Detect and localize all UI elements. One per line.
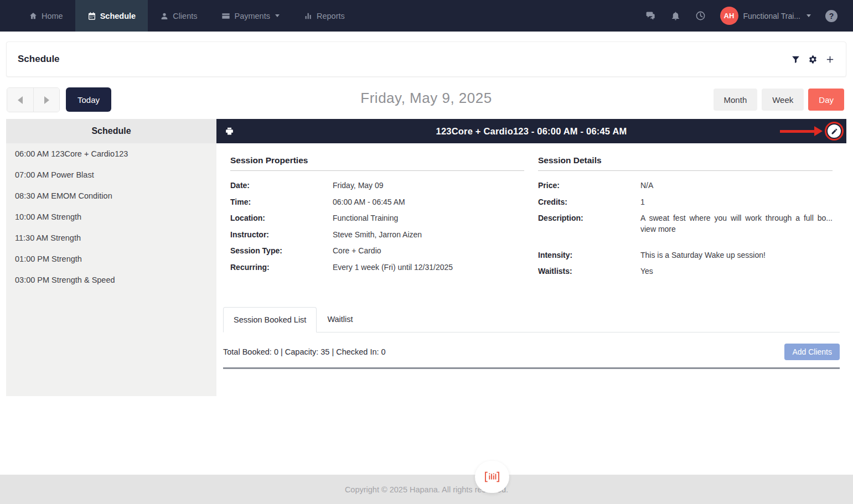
gear-icon[interactable] — [808, 55, 818, 64]
sidebar-session-item[interactable]: 01:00 PM Strength — [6, 248, 216, 269]
detail-row-intensity: Intensity: This is a Saturday Wake up se… — [538, 250, 833, 261]
page-title: Schedule — [18, 54, 60, 65]
property-row-recurring: Recurring: Every 1 week (Fri) until 12/3… — [230, 262, 524, 273]
session-title: 123Core + Cardio123 - 06:00 AM - 06:45 A… — [216, 126, 846, 137]
detail-row-waitlists: Waitlists: Yes — [538, 266, 833, 277]
view-day-button[interactable]: Day — [808, 89, 844, 111]
main-card: Schedule 06:00 AM 123Core + Cardio123 07… — [6, 119, 846, 396]
sidebar-session-item[interactable]: 06:00 AM 123Core + Cardio123 — [6, 143, 216, 164]
today-button[interactable]: Today — [66, 87, 111, 112]
nav-right: AH Functional Trai... ? — [645, 0, 853, 32]
credit-card-icon — [221, 12, 230, 20]
add-clients-button[interactable]: Add Clients — [784, 344, 840, 360]
nav-item-clients[interactable]: Payments Clients — [148, 0, 209, 32]
view-more-link[interactable]: view more — [640, 225, 676, 233]
tab-session-booked-list[interactable]: Session Booked List — [223, 307, 317, 332]
date-nav-arrows — [7, 87, 60, 112]
page-header-card: Schedule — [6, 41, 846, 77]
nav-item-reports[interactable]: Reports — [292, 0, 357, 32]
sidebar-session-item[interactable]: 11:30 AM Strength — [6, 227, 216, 248]
property-row-time: Time: 06:00 AM - 06:45 AM — [230, 196, 524, 207]
schedule-sidebar: Schedule 06:00 AM 123Core + Cardio123 07… — [6, 119, 216, 396]
section-divider — [230, 170, 524, 171]
detail-row-price: Price: N/A — [538, 180, 833, 191]
hapana-barcode-logo — [483, 470, 501, 484]
nav-item-home[interactable]: Home — [17, 0, 75, 32]
session-content: Session Properties Date: Friday, May 09 … — [216, 143, 846, 369]
spacer — [538, 240, 833, 250]
bar-chart-icon — [304, 12, 313, 20]
nav-item-label: Reports — [317, 12, 345, 20]
section-divider — [538, 170, 833, 171]
detail-row-credits: Credits: 1 — [538, 196, 833, 207]
booked-list-divider — [223, 367, 840, 369]
clock-icon[interactable] — [695, 11, 706, 21]
booking-tabs: Session Booked List Waitlist — [223, 306, 840, 332]
session-title-bar: 123Core + Cardio123 - 06:00 AM - 06:45 A… — [216, 119, 846, 143]
nav-item-label: Schedule — [100, 12, 136, 20]
nav-item-payments[interactable]: Payments — [209, 0, 291, 32]
property-row-instructor: Instructor: Steve Smith, Jarron Aizen — [230, 229, 524, 240]
nav-item-schedule[interactable]: Schedule — [75, 0, 148, 32]
property-row-date: Date: Friday, May 09 — [230, 180, 524, 191]
filter-icon[interactable] — [791, 55, 800, 64]
chevron-left-icon — [18, 96, 23, 104]
plus-icon[interactable] — [825, 55, 835, 64]
sidebar-session-item[interactable]: 07:00 AM Power Blast — [6, 164, 216, 185]
prev-day-button[interactable] — [7, 88, 33, 112]
chevron-down-icon — [275, 14, 280, 17]
home-icon — [29, 12, 38, 20]
chat-icon[interactable] — [645, 11, 656, 21]
sidebar-title: Schedule — [6, 119, 216, 143]
bell-icon[interactable] — [670, 11, 681, 21]
nav-item-label: Payments — [234, 12, 270, 20]
edit-session-button[interactable] — [828, 124, 841, 138]
nav-item-label: Home — [42, 12, 63, 20]
booking-summary: Total Booked: 0 | Capacity: 35 | Checked… — [223, 347, 386, 356]
booking-summary-row: Total Booked: 0 | Capacity: 35 | Checked… — [223, 344, 840, 360]
hapana-logo-badge[interactable] — [475, 461, 509, 493]
section-heading: Session Details — [538, 155, 833, 165]
tab-waitlist[interactable]: Waitlist — [317, 306, 363, 332]
property-row-location: Location: Functional Training — [230, 212, 524, 224]
page-actions — [791, 55, 835, 64]
avatar: AH — [720, 7, 738, 25]
top-navbar: Home Schedule Payments Clients Payments … — [0, 0, 853, 32]
sidebar-session-item[interactable]: 08:30 AM EMOM Condition — [6, 185, 216, 206]
sidebar-session-item[interactable]: 10:00 AM Strength — [6, 206, 216, 227]
person-icon — [160, 12, 169, 20]
chevron-down-icon — [807, 14, 811, 17]
sidebar-session-item[interactable]: 03:00 PM Strength & Speed — [6, 269, 216, 290]
footer: Copyright © 2025 Hapana. All rights rese… — [0, 475, 853, 504]
nav-left: Home Schedule Payments Clients Payments … — [0, 0, 357, 32]
app-root: Home Schedule Payments Clients Payments … — [0, 0, 853, 504]
help-icon[interactable]: ? — [825, 10, 838, 22]
edit-pencil-icon — [831, 128, 838, 135]
session-details-section: Session Details Price: N/A Credits: 1 De… — [538, 155, 833, 282]
nav-item-label: Clients — [173, 12, 197, 20]
next-day-button[interactable] — [33, 88, 59, 112]
section-heading: Session Properties — [230, 155, 524, 165]
view-month-button[interactable]: Month — [714, 89, 758, 111]
calendar-toolbar: Friday, May 9, 2025 Today Month Week Day — [6, 87, 846, 112]
view-week-button[interactable]: Week — [762, 89, 804, 111]
print-icon[interactable] — [225, 127, 234, 136]
session-properties-section: Session Properties Date: Friday, May 09 … — [230, 155, 524, 282]
chevron-right-icon — [44, 96, 49, 104]
detail-row-description: Description: A sweat fest where you will… — [538, 212, 833, 235]
description-text: A sweat fest where you will work through… — [640, 212, 833, 235]
calendar-icon — [87, 12, 96, 20]
property-row-session-type: Session Type: Core + Cardio — [230, 245, 524, 256]
session-panel: 123Core + Cardio123 - 06:00 AM - 06:45 A… — [216, 119, 846, 396]
account-menu[interactable]: AH Functional Trai... — [720, 7, 811, 25]
account-name: Functional Trai... — [743, 12, 801, 20]
view-switcher: Month Week Day — [714, 89, 844, 111]
